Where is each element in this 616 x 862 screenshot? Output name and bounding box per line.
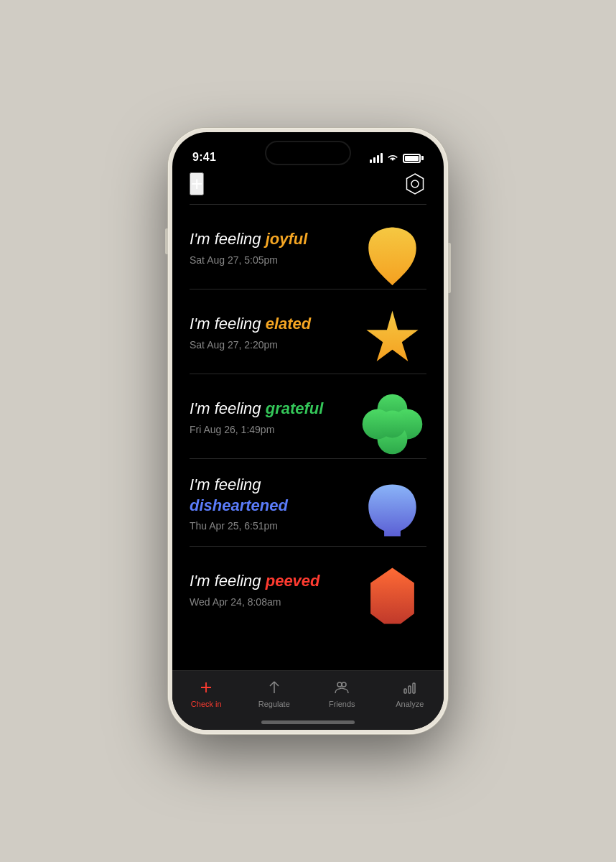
svg-rect-12 xyxy=(413,683,415,693)
entry-peeved-emotion: peeved xyxy=(266,572,320,590)
entry-joyful-title: I'm feeling joyful xyxy=(190,229,347,250)
friends-icon xyxy=(332,678,351,697)
entry-grateful-prefix: I'm feeling xyxy=(190,399,266,417)
tab-analyze-label: Analyze xyxy=(396,700,424,708)
status-icons xyxy=(370,152,424,164)
entry-disheartened-time: Thu Apr 25, 6:51pm xyxy=(190,520,347,546)
entry-peeved[interactable]: I'm feeling peeved Wed Apr 24, 8:08am xyxy=(172,547,444,631)
settings-button[interactable] xyxy=(403,172,426,195)
tab-checkin-label: Check in xyxy=(191,700,222,708)
tab-analyze[interactable]: Analyze xyxy=(376,678,444,708)
add-button[interactable]: + xyxy=(190,172,204,195)
main-content: + I'm feeling joyful S xyxy=(172,170,444,730)
toolbar: + xyxy=(172,170,444,204)
entry-grateful-title: I'm feeling grateful xyxy=(190,399,347,420)
status-bar: 9:41 xyxy=(172,132,444,170)
entry-joyful-emotion: joyful xyxy=(266,230,308,248)
entry-elated-emotion: elated xyxy=(266,315,312,333)
tab-friends-label: Friends xyxy=(329,700,355,708)
entry-peeved-time: Wed Apr 24, 8:08am xyxy=(190,596,347,622)
signal-icon xyxy=(370,153,383,163)
entry-disheartened-title: I'm feeling disheartened xyxy=(190,475,347,516)
shape-peeved xyxy=(358,562,426,631)
regulate-icon xyxy=(265,678,284,697)
dynamic-island xyxy=(265,141,351,165)
entry-elated-time: Sat Aug 27, 2:20pm xyxy=(190,339,347,365)
entry-grateful-time: Fri Aug 26, 1:49pm xyxy=(190,424,347,450)
entries-list[interactable]: I'm feeling joyful Sat Aug 27, 5:05pm xyxy=(172,205,444,670)
entry-peeved-title: I'm feeling peeved xyxy=(190,571,347,592)
svg-rect-11 xyxy=(409,686,411,693)
svg-rect-10 xyxy=(404,689,406,693)
phone-frame: 9:41 xyxy=(168,128,448,734)
entry-elated-title: I'm feeling elated xyxy=(190,314,347,335)
entry-peeved-text: I'm feeling peeved Wed Apr 24, 8:08am xyxy=(190,571,347,622)
entry-peeved-prefix: I'm feeling xyxy=(190,572,266,590)
entry-elated-prefix: I'm feeling xyxy=(190,315,266,333)
shape-joyful xyxy=(358,221,426,289)
shape-disheartened xyxy=(358,476,426,544)
entry-disheartened[interactable]: I'm feeling disheartened Thu Apr 25, 6:5… xyxy=(172,459,444,546)
analyze-icon xyxy=(401,678,419,697)
entry-elated[interactable]: I'm feeling elated Sat Aug 27, 2:20pm xyxy=(172,289,444,374)
entry-disheartened-prefix: I'm feeling xyxy=(190,476,261,493)
svg-point-9 xyxy=(342,682,346,687)
entry-joyful-text: I'm feeling joyful Sat Aug 27, 5:05pm xyxy=(190,229,347,280)
entry-grateful-text: I'm feeling grateful Fri Aug 26, 1:49pm xyxy=(190,399,347,450)
settings-icon xyxy=(403,172,426,195)
tab-bar: Check in Regulate xyxy=(172,670,444,730)
shape-grateful xyxy=(358,390,426,458)
svg-point-8 xyxy=(337,682,342,687)
battery-icon xyxy=(403,154,424,163)
entry-disheartened-emotion: disheartened xyxy=(190,496,288,514)
svg-point-0 xyxy=(411,180,419,187)
shape-elated xyxy=(358,305,426,374)
tab-friends[interactable]: Friends xyxy=(308,678,376,708)
tab-regulate-label: Regulate xyxy=(258,700,290,708)
phone-screen: 9:41 xyxy=(172,132,444,730)
entry-elated-text: I'm feeling elated Sat Aug 27, 2:20pm xyxy=(190,314,347,365)
tab-checkin[interactable]: Check in xyxy=(172,678,241,708)
status-time: 9:41 xyxy=(192,151,216,164)
entry-joyful-time: Sat Aug 27, 5:05pm xyxy=(190,254,347,280)
checkin-icon xyxy=(197,678,215,697)
tab-regulate[interactable]: Regulate xyxy=(241,678,309,708)
wifi-icon xyxy=(387,152,398,164)
entry-grateful-emotion: grateful xyxy=(266,399,324,417)
entry-joyful[interactable]: I'm feeling joyful Sat Aug 27, 5:05pm xyxy=(172,205,444,289)
entry-disheartened-text: I'm feeling disheartened Thu Apr 25, 6:5… xyxy=(190,475,347,546)
svg-point-5 xyxy=(379,411,406,438)
entry-joyful-prefix: I'm feeling xyxy=(190,230,266,248)
entry-grateful[interactable]: I'm feeling grateful Fri Aug 26, 1:49pm xyxy=(172,374,444,458)
